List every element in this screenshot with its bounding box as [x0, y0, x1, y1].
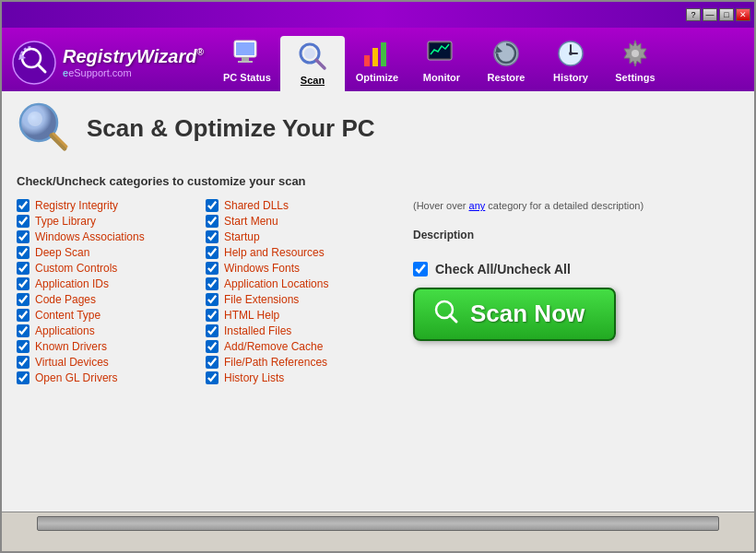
right-panel: (Hover over any category for a detailed …	[395, 199, 739, 384]
category-col-1: Registry Integrity Type Library Windows …	[17, 199, 196, 384]
nav-item-monitor[interactable]: Monitor	[409, 33, 474, 91]
nav-label-monitor: Monitor	[423, 72, 460, 83]
label-start-menu[interactable]: Start Menu	[224, 215, 278, 228]
logo-name: RegistryWizard®	[63, 46, 204, 67]
minimize-button[interactable]: —	[703, 8, 717, 21]
checkbox-application-locations[interactable]	[206, 277, 219, 290]
check-all-label[interactable]: Check All/Uncheck All	[435, 262, 571, 276]
checkbox-custom-controls[interactable]	[17, 262, 30, 275]
label-type-library[interactable]: Type Library	[35, 215, 96, 228]
title-bar-buttons: ? — □ ✕	[686, 8, 750, 21]
svg-rect-13	[381, 42, 386, 66]
nav-item-pc-status[interactable]: PC Status	[214, 33, 280, 91]
label-add-remove-cache[interactable]: Add/Remove Cache	[224, 340, 323, 353]
scan-icon	[296, 40, 329, 73]
monitor-icon	[425, 37, 458, 70]
checkbox-help-and-resources[interactable]	[206, 246, 219, 259]
checkbox-type-library[interactable]	[17, 215, 30, 228]
label-registry-integrity[interactable]: Registry Integrity	[35, 199, 118, 212]
label-windows-fonts[interactable]: Windows Fonts	[224, 262, 300, 275]
label-help-and-resources[interactable]: Help and Resources	[224, 246, 325, 259]
svg-point-23	[632, 50, 639, 57]
checkbox-add-remove-cache[interactable]	[206, 340, 219, 353]
svg-rect-12	[372, 48, 378, 66]
label-deep-scan[interactable]: Deep Scan	[35, 246, 89, 259]
checkbox-code-pages[interactable]	[17, 293, 30, 306]
label-shared-dlls[interactable]: Shared DLLs	[224, 199, 289, 212]
status-bar	[2, 512, 754, 534]
description-box: (Hover over any category for a detailed …	[413, 199, 739, 243]
page-title: Scan & Optimize Your PC	[87, 114, 375, 143]
list-item: History Lists	[206, 371, 385, 384]
checkbox-installed-files[interactable]	[206, 324, 219, 337]
nav-item-restore[interactable]: Restore	[474, 33, 538, 91]
checkbox-start-menu[interactable]	[206, 215, 219, 228]
categories-layout: Registry Integrity Type Library Windows …	[17, 199, 739, 384]
nav-item-history[interactable]: History	[538, 33, 603, 91]
status-progress-bar	[37, 516, 719, 531]
label-code-pages[interactable]: Code Pages	[35, 293, 96, 306]
help-button[interactable]: ?	[686, 8, 701, 21]
label-file-path-references[interactable]: File/Path References	[224, 356, 327, 369]
label-html-help[interactable]: HTML Help	[224, 309, 279, 322]
checkbox-file-extensions[interactable]	[206, 293, 219, 306]
logo-text: RegistryWizard® eeSupport.com	[63, 46, 204, 78]
checkbox-application-ids[interactable]	[17, 277, 30, 290]
label-custom-controls[interactable]: Custom Controls	[35, 262, 117, 275]
label-file-extensions[interactable]: File Extensions	[224, 293, 299, 306]
svg-rect-11	[364, 55, 370, 66]
label-installed-files[interactable]: Installed Files	[224, 324, 291, 337]
maximize-button[interactable]: □	[719, 8, 734, 21]
list-item: Deep Scan	[17, 246, 196, 259]
checkbox-registry-integrity[interactable]	[17, 199, 30, 212]
checkbox-content-type[interactable]	[17, 309, 30, 322]
label-known-drivers[interactable]: Known Drivers	[35, 340, 107, 353]
label-application-locations[interactable]: Application Locations	[224, 277, 328, 290]
checkbox-file-path-references[interactable]	[206, 356, 219, 369]
nav-item-scan[interactable]: Scan	[280, 36, 345, 91]
nav-label-pc-status: PC Status	[223, 72, 271, 83]
checkbox-startup[interactable]	[206, 230, 219, 243]
checkbox-windows-fonts[interactable]	[206, 262, 219, 275]
list-item: Installed Files	[206, 324, 385, 337]
logo-icon	[11, 40, 57, 86]
list-item: Startup	[206, 230, 385, 243]
checkbox-windows-associations[interactable]	[17, 230, 30, 243]
check-all-checkbox[interactable]	[413, 262, 428, 276]
label-applications[interactable]: Applications	[35, 324, 95, 337]
list-item: Content Type	[17, 309, 196, 322]
scan-now-button[interactable]: Scan Now	[413, 288, 616, 341]
list-item: Help and Resources	[206, 246, 385, 259]
svg-point-10	[304, 48, 315, 59]
list-item: Known Drivers	[17, 340, 196, 353]
checkbox-open-gl-drivers[interactable]	[17, 371, 30, 384]
category-col-2: Shared DLLs Start Menu Startup Help and …	[206, 199, 385, 384]
checkbox-history-lists[interactable]	[206, 371, 219, 384]
label-startup[interactable]: Startup	[224, 230, 260, 243]
list-item: Windows Fonts	[206, 262, 385, 275]
any-word: any	[469, 200, 486, 211]
checkbox-virtual-devices[interactable]	[17, 356, 30, 369]
nav-item-settings[interactable]: Settings	[603, 33, 667, 91]
checkbox-deep-scan[interactable]	[17, 246, 30, 259]
checkbox-html-help[interactable]	[206, 309, 219, 322]
label-open-gl-drivers[interactable]: Open GL Drivers	[35, 371, 118, 384]
label-history-lists[interactable]: History Lists	[224, 371, 284, 384]
label-windows-associations[interactable]: Windows Associations	[35, 230, 145, 243]
checkbox-shared-dlls[interactable]	[206, 199, 219, 212]
close-button[interactable]: ✕	[736, 8, 750, 21]
list-item: Code Pages	[17, 293, 196, 306]
checkbox-applications[interactable]	[17, 324, 30, 337]
nav-label-scan: Scan	[301, 75, 325, 86]
label-content-type[interactable]: Content Type	[35, 309, 100, 322]
label-application-ids[interactable]: Application IDs	[35, 277, 109, 290]
label-virtual-devices[interactable]: Virtual Devices	[35, 356, 109, 369]
toolbar: RegistryWizard® eeSupport.com PC Status	[2, 28, 754, 91]
title-bar: ? — □ ✕	[2, 2, 754, 28]
checkbox-known-drivers[interactable]	[17, 340, 30, 353]
list-item: Add/Remove Cache	[206, 340, 385, 353]
list-item: Windows Associations	[17, 230, 196, 243]
list-item: Custom Controls	[17, 262, 196, 275]
page-header: Scan & Optimize Your PC	[17, 100, 739, 163]
nav-item-optimize[interactable]: Optimize	[345, 33, 409, 91]
